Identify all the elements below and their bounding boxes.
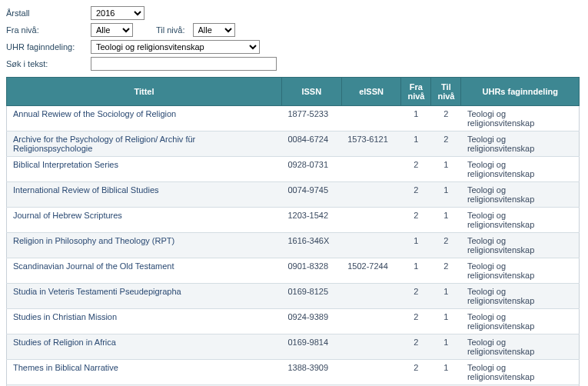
col-header-eissn[interactable]: eISSN [341,78,401,106]
cell-eissn [341,284,401,309]
cell-fag: Teologi og religionsvitenskap [461,360,580,385]
cell-fag: Teologi og religionsvitenskap [461,157,580,182]
cell-issn: 1877-5233 [281,106,341,131]
cell-fra-niva: 1 [401,106,431,131]
cell-eissn [341,309,401,334]
cell-issn: 0169-8125 [281,284,341,309]
cell-eissn [341,208,401,233]
table-row: Religion in Philosophy and Theology (RPT… [7,233,580,258]
cell-til-niva: 1 [431,157,461,182]
cell-til-niva: 1 [431,182,461,208]
cell-til-niva: 1 [431,284,461,309]
cell-fag: Teologi og religionsvitenskap [461,131,580,157]
table-row: Studia in Veteris Testamenti Pseudepigra… [7,284,580,309]
journal-title-link[interactable]: Studies in Christian Mission [13,312,117,321]
table-row: Scandinavian Journal of the Old Testamen… [7,258,580,284]
table-row: International Review of Biblical Studies… [7,182,580,208]
cell-fra-niva: 2 [401,309,431,334]
search-input[interactable] [91,57,277,71]
col-header-fra[interactable]: Fra nivå [401,78,431,106]
fag-select[interactable]: Teologi og religionsvitenskap [91,40,260,54]
year-label: Årstall [6,8,91,18]
cell-issn: 1388-3909 [281,360,341,385]
cell-eissn [341,233,401,258]
cell-fag: Teologi og religionsvitenskap [461,208,580,233]
cell-til-niva: 1 [431,360,461,385]
journal-title-link[interactable]: Archive for the Psychology of Religion/ … [13,135,195,153]
cell-fra-niva: 2 [401,284,431,309]
table-header-row: Tittel ISSN eISSN Fra nivå Til nivå UHRs… [7,78,580,106]
cell-fra-niva: 1 [401,258,431,284]
cell-issn: 1616-346X [281,233,341,258]
cell-til-niva: 1 [431,309,461,334]
search-label: Søk i tekst: [6,59,91,68]
fag-label: UHR faginndeling: [6,42,91,52]
cell-issn: 0084-6724 [281,131,341,157]
cell-eissn [341,182,401,208]
table-row: Journal of Hebrew Scriptures1203-154221T… [7,208,580,233]
table-row: Archive for the Psychology of Religion/ … [7,131,580,157]
cell-fag: Teologi og religionsvitenskap [461,106,580,131]
col-header-title[interactable]: Tittel [7,78,282,106]
cell-eissn: 1573-6121 [341,131,401,157]
cell-eissn: 1502-7244 [341,258,401,284]
journal-title-link[interactable]: Annual Rewiew of the Sociology of Religi… [13,109,176,118]
cell-fag: Teologi og religionsvitenskap [461,284,580,309]
journal-title-link[interactable]: International Review of Biblical Studies [13,185,159,195]
cell-fra-niva: 1 [401,233,431,258]
cell-issn: 0924-9389 [281,309,341,334]
cell-fra-niva: 1 [401,131,431,157]
journal-title-link[interactable]: Biblical Interpretation Series [13,160,118,169]
journal-title-link[interactable]: Journal of Hebrew Scriptures [13,211,122,220]
journal-title-link[interactable]: Studia in Veteris Testamenti Pseudepigra… [13,287,181,296]
cell-fra-niva: 2 [401,208,431,233]
cell-til-niva: 1 [431,208,461,233]
fra-niva-label: Fra nivå: [6,25,91,35]
filter-panel: Årstall 2016 Fra nivå: Alle Til nivå: Al… [6,6,582,71]
journal-title-link[interactable]: Studies of Religion in Africa [13,338,116,347]
table-row: Studies in Christian Mission0924-938921T… [7,309,580,334]
cell-til-niva: 2 [431,131,461,157]
cell-til-niva: 2 [431,258,461,284]
cell-issn: 0928-0731 [281,157,341,182]
journal-title-link[interactable]: Religion in Philosophy and Theology (RPT… [13,236,174,245]
cell-til-niva: 2 [431,106,461,131]
cell-eissn [341,334,401,360]
table-row: Themes in Biblical Narrative1388-390921T… [7,360,580,385]
fra-niva-select[interactable]: Alle [91,23,133,37]
journal-title-link[interactable]: Scandinavian Journal of the Old Testamen… [13,261,174,271]
til-niva-select[interactable]: Alle [193,23,235,37]
cell-fag: Teologi og religionsvitenskap [461,258,580,284]
results-table: Tittel ISSN eISSN Fra nivå Til nivå UHRs… [6,77,580,386]
til-niva-label: Til nivå: [156,25,185,35]
col-header-fag[interactable]: UHRs faginndeling [461,78,580,106]
cell-eissn [341,157,401,182]
cell-fra-niva: 2 [401,157,431,182]
cell-issn: 0169-9814 [281,334,341,360]
cell-fra-niva: 2 [401,334,431,360]
table-row: Biblical Interpretation Series0928-07312… [7,157,580,182]
cell-fag: Teologi og religionsvitenskap [461,182,580,208]
cell-fag: Teologi og religionsvitenskap [461,309,580,334]
cell-issn: 0901-8328 [281,258,341,284]
cell-fag: Teologi og religionsvitenskap [461,233,580,258]
col-header-til[interactable]: Til nivå [431,78,461,106]
table-row: Annual Rewiew of the Sociology of Religi… [7,106,580,131]
year-select[interactable]: 2016 [91,6,145,20]
cell-til-niva: 2 [431,233,461,258]
cell-fag: Teologi og religionsvitenskap [461,334,580,360]
cell-issn: 0074-9745 [281,182,341,208]
table-row: Studies of Religion in Africa0169-981421… [7,334,580,360]
journal-title-link[interactable]: Themes in Biblical Narrative [13,363,118,372]
cell-issn: 1203-1542 [281,208,341,233]
cell-fra-niva: 2 [401,182,431,208]
cell-eissn [341,360,401,385]
cell-fra-niva: 2 [401,360,431,385]
col-header-issn[interactable]: ISSN [281,78,341,106]
cell-til-niva: 1 [431,334,461,360]
cell-eissn [341,106,401,131]
